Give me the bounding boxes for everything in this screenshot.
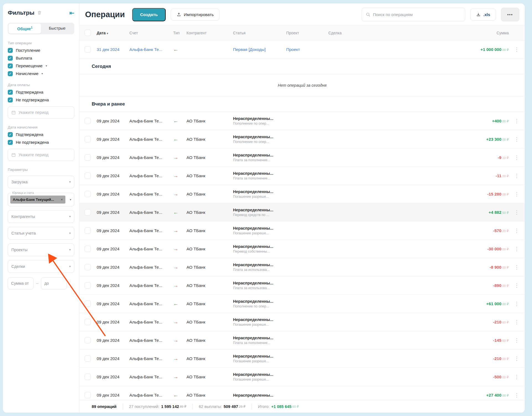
row-checkbox[interactable] bbox=[85, 337, 91, 343]
column-header-date[interactable]: Дата ▾ bbox=[97, 31, 129, 35]
row-menu-kebab-icon[interactable]: ⋮ bbox=[509, 283, 525, 288]
filter-checkbox-row[interactable]: Поступление bbox=[8, 48, 74, 53]
checkbox-checked-icon[interactable] bbox=[8, 140, 13, 145]
collapse-sidebar-icon[interactable]: ⇤ bbox=[69, 10, 74, 16]
row-checkbox[interactable] bbox=[85, 301, 91, 307]
table-row[interactable]: 09 дек 2024Альфа-Банк Те...←АО ТБанкНера… bbox=[80, 112, 525, 130]
row-date-link[interactable]: 31 дек 2024 bbox=[97, 47, 129, 52]
table-row[interactable]: 09 дек 2024Альфа-Банк Те...→АО ТБанкНера… bbox=[80, 148, 525, 167]
row-menu-kebab-icon[interactable]: ⋮ bbox=[509, 137, 525, 142]
row-project-link[interactable]: Проект bbox=[286, 47, 328, 52]
projects-select[interactable]: Проекты ▾ bbox=[8, 243, 74, 256]
row-checkbox[interactable] bbox=[85, 173, 91, 179]
row-menu-kebab-icon[interactable]: ⋮ bbox=[509, 228, 525, 233]
row-menu-kebab-icon[interactable]: ⋮ bbox=[509, 265, 525, 269]
load-select[interactable]: Загрузка ▾ bbox=[8, 176, 74, 188]
row-checkbox[interactable] bbox=[85, 209, 91, 215]
row-checkbox[interactable] bbox=[85, 319, 91, 325]
search-input[interactable] bbox=[373, 12, 461, 17]
row-menu-kebab-icon[interactable]: ⋮ bbox=[509, 393, 525, 397]
row-menu-kebab-icon[interactable]: ⋮ bbox=[509, 47, 525, 52]
row-menu-kebab-icon[interactable]: ⋮ bbox=[509, 119, 525, 123]
row-menu-kebab-icon[interactable]: ⋮ bbox=[509, 356, 525, 361]
table-row[interactable]: 09 дек 2024Альфа-Банк Те...→АО ТБанкНера… bbox=[80, 368, 525, 386]
row-checkbox[interactable] bbox=[85, 392, 91, 398]
create-button[interactable]: Создать bbox=[132, 8, 166, 21]
checkbox-checked-icon[interactable] bbox=[8, 132, 13, 137]
deals-select[interactable]: Сделки ▾ bbox=[8, 260, 74, 273]
row-checkbox[interactable] bbox=[85, 154, 91, 161]
contragents-select[interactable]: Контрагенты ▾ bbox=[8, 210, 74, 223]
checkbox-checked-icon[interactable] bbox=[8, 48, 13, 53]
chip-remove-icon[interactable]: × bbox=[61, 197, 63, 202]
checkbox-checked-icon[interactable] bbox=[8, 63, 13, 68]
row-checkbox[interactable] bbox=[85, 246, 91, 252]
table-row[interactable]: 09 дек 2024Альфа-Банк Те...→АО ТБанкНера… bbox=[80, 313, 525, 331]
row-account: Альфа-Банк Те... bbox=[129, 210, 173, 215]
filter-checkbox-row[interactable]: Перемещение▾ bbox=[8, 63, 74, 68]
amount-to-input[interactable]: до bbox=[41, 277, 67, 289]
tab-general[interactable]: Общие1 bbox=[9, 24, 41, 34]
table-row[interactable]: 09 дек 2024Альфа-Банк Те...→АО ТБанкНера… bbox=[80, 258, 525, 276]
filter-checkbox-row[interactable]: Не подтверждена bbox=[8, 97, 74, 102]
filter-checkbox-row[interactable]: Выплата bbox=[8, 56, 74, 61]
select-all-checkbox[interactable] bbox=[85, 30, 91, 36]
table-row[interactable]: 09 дек 2024Альфа-Банк Те...→АО ТБанкНера… bbox=[80, 222, 525, 240]
row-checkbox[interactable] bbox=[85, 282, 91, 289]
row-account-link[interactable]: Альфа-Банк Те... bbox=[129, 47, 173, 52]
clear-filters-trash-icon[interactable] bbox=[37, 10, 42, 15]
filter-checkbox-row[interactable]: Не подтверждена bbox=[8, 140, 74, 145]
table-row[interactable]: 09 дек 2024Альфа-Банк Те...→АО ТБанкНера… bbox=[80, 185, 525, 203]
checkbox-label: Не подтверждена bbox=[16, 98, 49, 102]
filter-checkbox-row[interactable]: Подтверждена bbox=[8, 90, 74, 95]
row-menu-kebab-icon[interactable]: ⋮ bbox=[509, 210, 525, 215]
row-checkbox[interactable] bbox=[85, 136, 91, 142]
row-menu-kebab-icon[interactable]: ⋮ bbox=[509, 155, 525, 160]
row-amount: +61 000.00 ₽ bbox=[372, 301, 509, 306]
table-row[interactable]: 09 дек 2024Альфа-Банк Те...→АО ТБанкНера… bbox=[80, 350, 525, 368]
amount-from-input[interactable]: Сумма от bbox=[8, 277, 34, 289]
chevron-down-icon[interactable]: ▾ bbox=[42, 72, 43, 75]
pay-date-period-input[interactable]: Укажите период bbox=[8, 106, 74, 119]
import-button[interactable]: Импортировать bbox=[171, 9, 219, 20]
table-row[interactable]: 09 дек 2024Альфа-Банк Те...←АО ТБанкНера… bbox=[80, 130, 525, 148]
table-row[interactable]: 09 дек 2024Альфа-Банк Те...←АО ТБанкНера… bbox=[80, 295, 525, 313]
legal-entities-select[interactable]: Юрлица и счета Альфа-Банк Текущий... × ▾ bbox=[8, 193, 74, 206]
more-actions-button[interactable]: ••• bbox=[501, 8, 519, 21]
table-row-pinned[interactable]: 31 дек 2024 Альфа-Банк Те... ← Первая [Д… bbox=[80, 40, 525, 59]
row-menu-kebab-icon[interactable]: ⋮ bbox=[509, 374, 525, 379]
filter-checkbox-row[interactable]: Подтверждена bbox=[8, 132, 74, 137]
row-checkbox[interactable] bbox=[85, 227, 91, 234]
row-contragent: АО ТБанк bbox=[186, 374, 233, 379]
filter-checkbox-row[interactable]: Начисление▾ bbox=[8, 71, 74, 76]
table-row[interactable]: 09 дек 2024Альфа-Банк Те...←АО ТБанкНера… bbox=[80, 203, 525, 222]
table-row[interactable]: 09 дек 2024Альфа-Банк Те...←АО ТБанкНера… bbox=[80, 386, 525, 400]
tab-quick[interactable]: Быстрые bbox=[41, 24, 73, 34]
accounting-articles-select[interactable]: Статьи учета ▾ bbox=[8, 227, 74, 240]
table-row[interactable]: 09 дек 2024Альфа-Банк Те...→АО ТБанкНера… bbox=[80, 240, 525, 258]
row-checkbox[interactable] bbox=[85, 264, 91, 270]
row-menu-kebab-icon[interactable]: ⋮ bbox=[509, 320, 525, 324]
row-checkbox[interactable] bbox=[85, 191, 91, 197]
row-checkbox[interactable] bbox=[85, 118, 91, 124]
row-menu-kebab-icon[interactable]: ⋮ bbox=[509, 192, 525, 196]
row-checkbox[interactable] bbox=[85, 46, 91, 53]
row-menu-kebab-icon[interactable]: ⋮ bbox=[509, 301, 525, 306]
row-checkbox[interactable] bbox=[85, 374, 91, 380]
account-filter-chip[interactable]: Альфа-Банк Текущий... × bbox=[10, 196, 65, 204]
table-row[interactable]: 09 дек 2024Альфа-Банк Те...→АО ТБанкНера… bbox=[80, 331, 525, 350]
row-article-link[interactable]: Первая [Доходы] bbox=[233, 47, 286, 52]
row-menu-kebab-icon[interactable]: ⋮ bbox=[509, 173, 525, 178]
table-row[interactable]: 09 дек 2024Альфа-Банк Те...→АО ТБанкНера… bbox=[80, 276, 525, 295]
row-checkbox[interactable] bbox=[85, 355, 91, 362]
checkbox-checked-icon[interactable] bbox=[8, 71, 13, 76]
row-menu-kebab-icon[interactable]: ⋮ bbox=[509, 338, 525, 343]
checkbox-checked-icon[interactable] bbox=[8, 97, 13, 102]
checkbox-checked-icon[interactable] bbox=[8, 56, 13, 61]
export-xls-button[interactable]: .xls bbox=[470, 9, 496, 20]
chevron-down-icon[interactable]: ▾ bbox=[46, 64, 47, 67]
accrual-date-period-input[interactable]: Укажите период bbox=[8, 149, 74, 161]
row-menu-kebab-icon[interactable]: ⋮ bbox=[509, 246, 525, 251]
table-row[interactable]: 09 дек 2024Альфа-Банк Те...→АО ТБанкНера… bbox=[80, 167, 525, 185]
checkbox-checked-icon[interactable] bbox=[8, 90, 13, 95]
